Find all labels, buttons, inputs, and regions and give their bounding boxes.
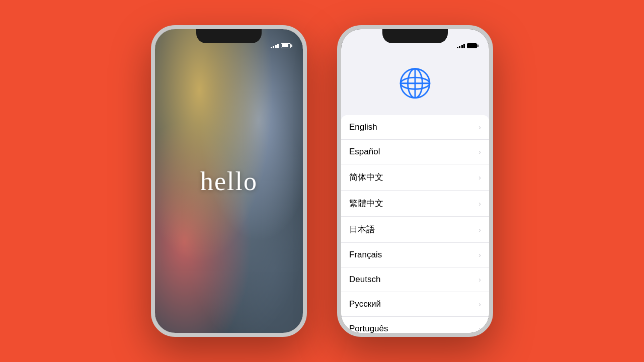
battery-icon-lang [467, 43, 477, 48]
battery-icon-hello [281, 43, 291, 48]
chevron-icon-zh-hant: › [478, 200, 481, 208]
language-name-portuguese: Português [349, 324, 388, 333]
chevron-icon-portuguese: › [478, 325, 481, 333]
status-bar-lang [341, 29, 489, 51]
signal-bar-3 [275, 45, 277, 48]
language-content: English › Español › 简体中文 › 繁體中文 › 日本語 [341, 51, 489, 333]
chevron-icon-russian: › [478, 300, 481, 308]
language-list: English › Español › 简体中文 › 繁體中文 › 日本語 [341, 115, 489, 333]
language-item-english[interactable]: English › [341, 115, 489, 140]
language-name-french: Français [349, 250, 382, 260]
language-name-espanol: Español [349, 147, 380, 157]
signal-bar-l1 [457, 47, 458, 48]
chevron-icon-japanese: › [478, 226, 481, 234]
language-item-portuguese[interactable]: Português › [341, 317, 489, 333]
notch-hello [196, 29, 262, 43]
status-icons-lang [457, 43, 477, 48]
language-name-japanese: 日本語 [349, 224, 375, 235]
language-item-german[interactable]: Deutsch › [341, 267, 489, 292]
hello-text: hello [200, 166, 258, 196]
battery-fill-lang [468, 44, 474, 47]
language-item-japanese[interactable]: 日本語 › [341, 217, 489, 243]
hello-screen: hello [155, 29, 303, 333]
battery-fill-hello [282, 44, 288, 47]
signal-bar-2 [273, 46, 274, 48]
language-screen: English › Español › 简体中文 › 繁體中文 › 日本語 [341, 29, 489, 333]
signal-bars-hello [271, 44, 279, 48]
language-name-german: Deutsch [349, 275, 380, 285]
chevron-icon-english: › [478, 123, 481, 131]
language-name-zh-hans: 简体中文 [349, 171, 383, 183]
language-name-zh-hant: 繁體中文 [349, 198, 383, 209]
language-item-zh-hant[interactable]: 繁體中文 › [341, 191, 489, 217]
hello-background: hello [155, 29, 303, 333]
chevron-icon-zh-hans: › [478, 173, 481, 182]
chevron-icon-german: › [478, 276, 481, 284]
language-item-espanol[interactable]: Español › [341, 140, 489, 164]
signal-bar-l3 [461, 45, 463, 48]
signal-bars-lang [457, 44, 465, 48]
signal-bar-l2 [459, 46, 460, 48]
chevron-icon-french: › [478, 251, 481, 259]
status-icons-hello [271, 43, 291, 48]
phone-hello: hello [151, 25, 307, 337]
signal-bar-4 [277, 44, 279, 48]
language-item-russian[interactable]: Русский › [341, 292, 489, 317]
language-name-english: English [349, 122, 377, 132]
globe-icon [397, 66, 433, 100]
language-item-french[interactable]: Français › [341, 243, 489, 267]
language-name-russian: Русский [349, 299, 381, 309]
signal-bar-l4 [463, 44, 465, 48]
signal-bar-1 [271, 47, 272, 48]
chevron-icon-espanol: › [478, 148, 481, 156]
phone-language: English › Español › 简体中文 › 繁體中文 › 日本語 [337, 25, 493, 337]
language-item-zh-hans[interactable]: 简体中文 › [341, 164, 489, 191]
